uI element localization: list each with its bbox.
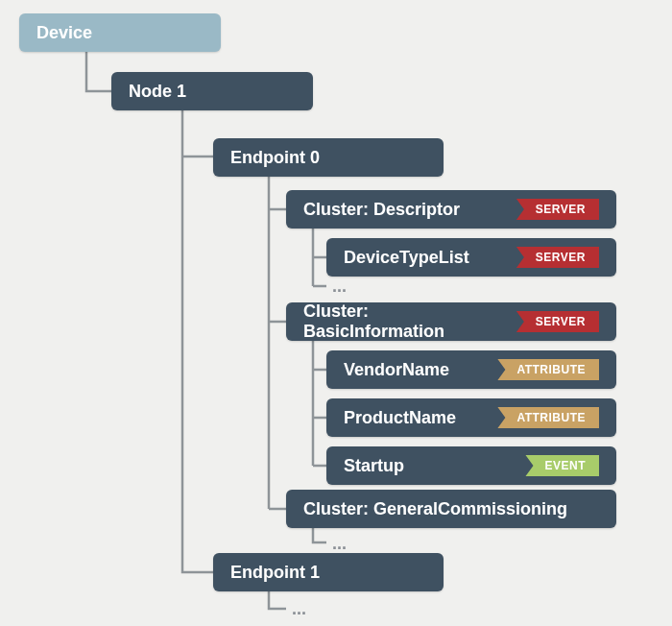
badge-server: SERVER bbox=[516, 247, 599, 268]
node-label: Cluster: Descriptor bbox=[303, 200, 505, 220]
node-label: DeviceTypeList bbox=[344, 248, 505, 268]
ellipsis: ... bbox=[332, 277, 347, 297]
tree-node-device: Device bbox=[19, 13, 221, 52]
node-label: VendorName bbox=[344, 360, 486, 380]
tree-node-cluster-descriptor: Cluster: Descriptor SERVER bbox=[286, 190, 616, 229]
node-label: Cluster: GeneralCommissioning bbox=[303, 499, 599, 519]
node-label: Cluster: BasicInformation bbox=[303, 301, 505, 342]
badge-server: SERVER bbox=[516, 199, 599, 220]
tree-node-vendorname: VendorName ATTRIBUTE bbox=[326, 350, 616, 389]
tree-node-node1: Node 1 bbox=[111, 72, 313, 110]
badge-attribute: ATTRIBUTE bbox=[497, 407, 599, 428]
badge-server: SERVER bbox=[516, 311, 599, 332]
tree-node-cluster-generalcommissioning: Cluster: GeneralCommissioning bbox=[286, 490, 616, 528]
node-label: Endpoint 0 bbox=[230, 148, 426, 168]
ellipsis: ... bbox=[332, 534, 347, 554]
tree-node-endpoint0: Endpoint 0 bbox=[213, 138, 444, 177]
node-label: ProductName bbox=[344, 408, 486, 428]
tree-node-cluster-basicinfo: Cluster: BasicInformation SERVER bbox=[286, 302, 616, 341]
node-label: Node 1 bbox=[129, 82, 296, 102]
badge-event: EVENT bbox=[525, 455, 599, 476]
tree-node-productname: ProductName ATTRIBUTE bbox=[326, 398, 616, 437]
badge-attribute: ATTRIBUTE bbox=[497, 359, 599, 380]
tree-node-devicetypelist: DeviceTypeList SERVER bbox=[326, 238, 616, 277]
node-label: Device bbox=[36, 23, 204, 43]
node-label: Endpoint 1 bbox=[230, 563, 426, 583]
tree-node-endpoint1: Endpoint 1 bbox=[213, 553, 444, 591]
ellipsis: ... bbox=[292, 599, 306, 619]
node-label: Startup bbox=[344, 456, 514, 476]
tree-node-startup: Startup EVENT bbox=[326, 446, 616, 485]
